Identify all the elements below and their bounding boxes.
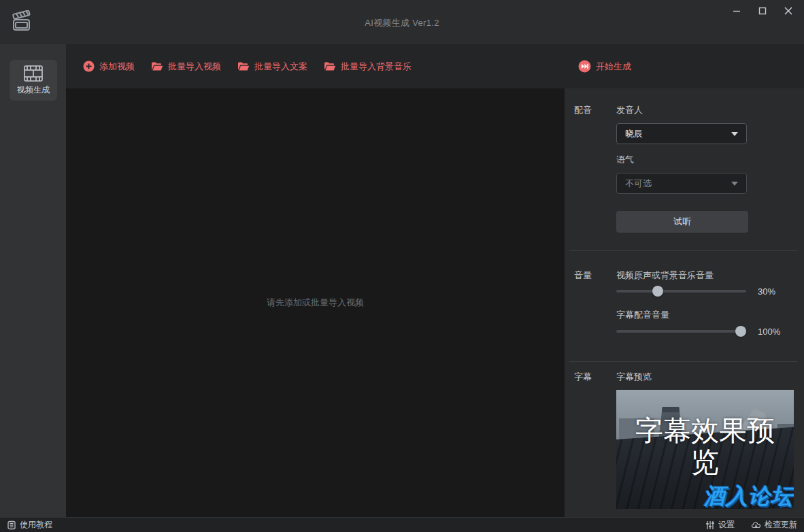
check-update-label: 检查更新 — [765, 519, 797, 531]
plus-circle-icon — [83, 61, 95, 72]
tone-value: 不可选 — [625, 178, 652, 190]
check-update-button[interactable]: 检查更新 — [751, 519, 797, 531]
watermark-text: 酒入论坛 — [703, 482, 793, 509]
original-volume-slider[interactable] — [616, 286, 746, 297]
batch-import-video-label: 批量导入视频 — [168, 61, 221, 73]
tone-label: 语气 — [616, 154, 634, 166]
empty-state-text: 请先添加或批量导入视频 — [267, 297, 364, 309]
slider-track[interactable] — [616, 330, 746, 333]
settings-panel: 配音 发音人 晓辰 语气 不可选 试听 音量 视频原声或背景音乐音量 30% 字… — [565, 88, 804, 517]
start-generate-button[interactable]: 开始生成 — [578, 44, 631, 88]
subtitle-preview-label: 字幕预览 — [616, 371, 652, 383]
sidebar-item-label: 视频生成 — [17, 84, 50, 96]
sidebar: 视频生成 — [0, 44, 66, 517]
original-volume-value: 30% — [758, 286, 775, 297]
add-video-button[interactable]: 添加视频 — [83, 61, 135, 73]
speaker-select[interactable]: 晓辰 — [616, 123, 747, 144]
skip-forward-circle-icon — [578, 60, 591, 73]
batch-import-video-button[interactable]: 批量导入视频 — [151, 61, 221, 73]
batch-import-bgm-button[interactable]: 批量导入背景音乐 — [324, 61, 412, 73]
folder-open-icon — [324, 61, 336, 71]
folder-open-icon — [151, 61, 163, 71]
speaker-label: 发音人 — [616, 104, 643, 116]
subtitle-overlay-text: 字幕效果预览 — [632, 416, 778, 478]
maximize-button[interactable] — [750, 0, 775, 22]
chevron-down-icon — [731, 132, 738, 136]
section-divider — [569, 250, 797, 251]
maximize-icon — [758, 7, 767, 15]
dub-volume-value: 100% — [758, 327, 780, 337]
minimize-button[interactable] — [724, 0, 750, 22]
chevron-down-icon — [731, 182, 738, 186]
listen-button[interactable]: 试听 — [616, 211, 748, 233]
settings-label: 设置 — [718, 519, 735, 531]
subtitle-preview-image: 字幕效果预览 酒入论坛 — [616, 390, 794, 509]
section-label-volume: 音量 — [574, 269, 592, 282]
tutorial-button[interactable]: 使用教程 — [7, 519, 52, 531]
titlebar: AI视频生成 Ver1.2 — [0, 0, 804, 44]
slider-track[interactable] — [616, 290, 746, 293]
subtitle-overlay: 字幕效果预览 — [616, 416, 794, 478]
cloud-download-icon — [751, 520, 761, 529]
section-divider — [569, 361, 797, 362]
settings-button[interactable]: 设置 — [705, 519, 735, 531]
tutorial-label: 使用教程 — [20, 519, 52, 531]
folder-open-icon — [237, 61, 250, 71]
batch-import-script-button[interactable]: 批量导入文案 — [237, 61, 307, 73]
slider-thumb[interactable] — [735, 326, 746, 337]
window-controls — [724, 0, 801, 22]
video-list-area: 请先添加或批量导入视频 — [66, 88, 565, 517]
tone-select: 不可选 — [616, 173, 747, 194]
batch-import-bgm-label: 批量导入背景音乐 — [341, 61, 412, 73]
film-icon — [23, 65, 44, 82]
close-button[interactable] — [775, 0, 801, 22]
dub-volume-label: 字幕配音音量 — [616, 309, 669, 321]
toolbar: 添加视频 批量导入视频 批量导入文案 批量导入背景音乐 — [66, 44, 804, 88]
book-icon — [7, 520, 16, 530]
add-video-label: 添加视频 — [99, 61, 135, 73]
sidebar-item-video-generation[interactable]: 视频生成 — [10, 60, 57, 101]
minimize-icon — [733, 7, 741, 15]
window-title: AI视频生成 Ver1.2 — [0, 17, 804, 29]
statusbar: 使用教程 设置 检查更新 — [0, 517, 804, 532]
section-label-voice: 配音 — [574, 104, 592, 116]
start-generate-label: 开始生成 — [596, 61, 631, 73]
section-label-subtitle: 字幕 — [574, 371, 592, 383]
dub-volume-slider[interactable] — [616, 326, 746, 337]
slider-thumb[interactable] — [652, 286, 663, 297]
speaker-value: 晓辰 — [625, 128, 643, 140]
sliders-icon — [705, 520, 715, 530]
close-icon — [784, 7, 792, 15]
original-volume-label: 视频原声或背景音乐音量 — [616, 269, 714, 282]
batch-import-script-label: 批量导入文案 — [254, 61, 307, 73]
